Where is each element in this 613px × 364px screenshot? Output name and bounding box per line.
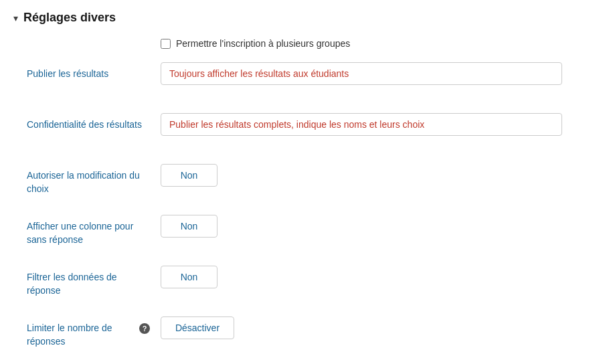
multiple-groups-label[interactable]: Permettre l'inscription à plusieurs grou… [176,38,350,49]
autoriser-modification-button[interactable]: Non [161,164,217,187]
autoriser-modification-row: Autoriser la modification du choix Non [27,164,600,204]
autoriser-modification-label: Autoriser la modification du choix [27,164,161,195]
limiter-reponses-label: Limiter le nombre de réponses [27,322,135,348]
autoriser-modification-control: Non [161,164,562,187]
confidentialite-resultats-label: Confidentialité des résultats [27,113,161,132]
afficher-colonne-control: Non [161,215,562,238]
form-content: Permettre l'inscription à plusieurs grou… [13,38,600,357]
afficher-colonne-row: Afficher une colonne pour sans réponse N… [27,215,600,255]
filtrer-donnees-row: Filtrer les données de réponse Non [27,266,600,306]
confidentialite-resultats-row: Confidentialité des résultats Publier le… [27,113,600,153]
filtrer-donnees-label: Filtrer les données de réponse [27,266,161,297]
section-title: Réglages divers [23,11,116,25]
limiter-reponses-control: Désactiver [161,316,562,339]
afficher-colonne-label: Afficher une colonne pour sans réponse [27,215,161,246]
filtrer-donnees-control: Non [161,266,562,288]
publier-resultats-control: Toujours afficher les résultats aux étud… [161,62,562,85]
publier-resultats-select[interactable]: Toujours afficher les résultats aux étud… [161,62,562,85]
confidentialite-resultats-select[interactable]: Publier les résultats complets, indique … [161,113,562,136]
publier-resultats-row: Publier les résultats Toujours afficher … [27,62,600,102]
section-header: ▾ Réglages divers [13,11,600,25]
chevron-icon[interactable]: ▾ [13,13,18,23]
limiter-reponses-label-group: Limiter le nombre de réponses ? [27,316,161,348]
multiple-groups-checkbox[interactable] [161,39,171,49]
limiter-reponses-button[interactable]: Désactiver [161,316,234,339]
confidentialite-resultats-control: Publier les résultats complets, indique … [161,113,562,136]
publier-resultats-label: Publier les résultats [27,62,161,81]
filtrer-donnees-button[interactable]: Non [161,266,217,288]
checkbox-row: Permettre l'inscription à plusieurs grou… [27,38,600,49]
help-icon[interactable]: ? [139,323,150,334]
limiter-reponses-row: Limiter le nombre de réponses ? Désactiv… [27,316,600,357]
section-container: ▾ Réglages divers Permettre l'inscriptio… [13,11,600,357]
afficher-colonne-button[interactable]: Non [161,215,217,238]
